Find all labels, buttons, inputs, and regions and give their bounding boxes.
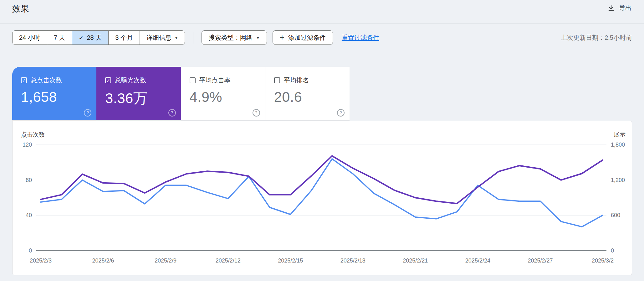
header-divider — [0, 23, 644, 23]
last-updated-text: 上次更新日期：2.5小时前 — [561, 34, 632, 42]
svg-text:1,200: 1,200 — [611, 177, 625, 183]
metric-label: 平均点击率 — [199, 76, 231, 85]
metric-value: 4.9% — [190, 89, 265, 105]
help-icon[interactable]: ? — [337, 109, 345, 117]
checkbox-checked-icon[interactable]: ✓ — [105, 77, 111, 83]
export-label: 导出 — [619, 4, 631, 12]
filter-divider — [193, 32, 193, 44]
svg-text:2025/2/27: 2025/2/27 — [528, 258, 553, 264]
metric-tile-total-impressions[interactable]: ✓ 总曝光次数 3.36万 ? — [96, 67, 181, 120]
help-glyph: ? — [86, 110, 89, 115]
date-range-7d[interactable]: 7 天 — [47, 31, 72, 44]
clicks-impressions-line-chart[interactable]: 0040600801,2001201,8002025/2/32025/2/620… — [13, 121, 632, 275]
svg-text:1,800: 1,800 — [611, 142, 625, 148]
metric-value: 3.36万 — [105, 89, 181, 108]
download-icon — [608, 5, 615, 12]
add-filter-label: 添加过滤条件 — [288, 34, 326, 42]
metric-label: 总曝光次数 — [115, 76, 146, 85]
metric-label: 平均排名 — [284, 76, 309, 85]
plus-icon: + — [280, 33, 284, 41]
svg-text:600: 600 — [611, 212, 620, 218]
checkbox-unchecked-icon[interactable] — [190, 77, 196, 83]
check-icon: ✓ — [22, 78, 26, 83]
svg-text:120: 120 — [23, 142, 32, 148]
metric-tile-average-position[interactable]: 平均排名 20.6 ? — [265, 67, 350, 120]
svg-text:2025/2/18: 2025/2/18 — [340, 258, 365, 264]
svg-text:80: 80 — [26, 177, 32, 183]
svg-text:2025/2/12: 2025/2/12 — [216, 258, 241, 264]
page-title: 效果 — [12, 3, 29, 14]
date-range-detail-dropdown[interactable]: 详细信息 ▼ — [140, 31, 185, 44]
svg-text:2025/2/15: 2025/2/15 — [278, 258, 303, 264]
svg-text:2025/2/6: 2025/2/6 — [92, 258, 114, 264]
chevron-down-icon: ▼ — [175, 36, 178, 40]
performance-page: 效果 导出 24 小时 7 天 ✓ 28 天 3 个月 详细信息 — [0, 0, 644, 281]
checkbox-checked-icon[interactable]: ✓ — [21, 77, 27, 83]
help-glyph: ? — [171, 110, 173, 115]
svg-text:2025/2/24: 2025/2/24 — [465, 258, 490, 264]
check-icon: ✓ — [79, 34, 84, 41]
help-icon[interactable]: ? — [84, 109, 91, 117]
date-range-label: 28 天 — [87, 34, 102, 42]
help-glyph: ? — [255, 110, 258, 115]
svg-text:2025/2/9: 2025/2/9 — [155, 258, 176, 264]
search-type-label: 搜索类型：网络 — [209, 34, 253, 42]
svg-text:2025/2/21: 2025/2/21 — [403, 258, 428, 264]
svg-text:40: 40 — [26, 212, 32, 218]
chevron-down-icon: ▼ — [256, 36, 260, 40]
svg-text:2025/2/3: 2025/2/3 — [30, 258, 52, 264]
detail-label: 详细信息 — [146, 34, 171, 42]
svg-text:0: 0 — [611, 247, 614, 254]
help-icon[interactable]: ? — [253, 109, 260, 117]
metric-label: 总点击次数 — [31, 76, 62, 85]
metric-tile-average-ctr[interactable]: 平均点击率 4.9% ? — [181, 67, 265, 120]
search-type-dropdown[interactable]: 搜索类型：网络 ▼ — [202, 30, 267, 45]
filter-bar: 24 小时 7 天 ✓ 28 天 3 个月 详细信息 ▼ 搜索类型：网络 ▼ + — [12, 30, 632, 45]
date-range-label: 7 天 — [54, 34, 65, 42]
check-icon: ✓ — [106, 78, 110, 83]
reset-filters-link[interactable]: 重置过滤条件 — [342, 34, 379, 42]
date-range-24h[interactable]: 24 小时 — [13, 31, 47, 44]
date-range-group: 24 小时 7 天 ✓ 28 天 3 个月 详细信息 ▼ — [12, 30, 185, 45]
date-range-3mo[interactable]: 3 个月 — [108, 31, 140, 44]
metric-tile-total-clicks[interactable]: ✓ 总点击次数 1,658 ? — [12, 67, 96, 120]
export-button[interactable]: 导出 — [608, 4, 631, 12]
metric-value: 20.6 — [274, 89, 350, 105]
date-range-label: 24 小时 — [19, 34, 40, 42]
svg-text:0: 0 — [29, 247, 32, 254]
date-range-label: 3 个月 — [115, 34, 133, 42]
help-icon[interactable]: ? — [168, 109, 176, 117]
metric-value: 1,658 — [21, 89, 96, 105]
checkbox-unchecked-icon[interactable] — [274, 77, 280, 83]
metric-tiles: ✓ 总点击次数 1,658 ? ✓ 总曝光次数 3.36万 ? 平均点击率 4.… — [12, 67, 350, 121]
date-range-28d-selected[interactable]: ✓ 28 天 — [72, 31, 109, 44]
svg-text:2025/3/2: 2025/3/2 — [592, 258, 614, 264]
performance-chart-panel: 点击次数 展示 0040600801,2001201,8002025/2/320… — [12, 121, 632, 275]
help-glyph: ? — [340, 110, 342, 115]
add-filter-button[interactable]: + 添加过滤条件 — [273, 30, 333, 45]
